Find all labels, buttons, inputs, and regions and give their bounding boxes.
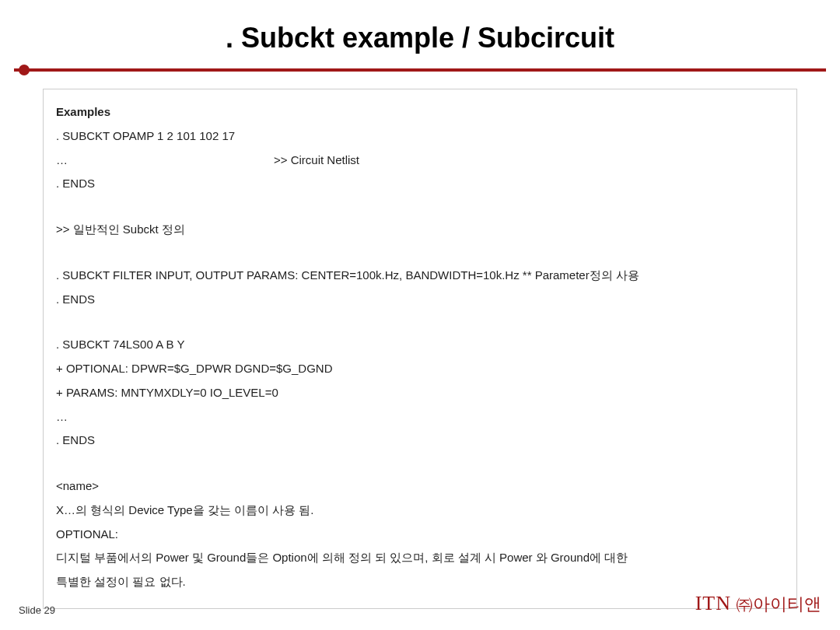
code-line: . SUBCKT FILTER INPUT, OUTPUT PARAMS: CE… — [56, 264, 784, 288]
desc-line: 특별한 설정이 필요 없다. — [56, 570, 784, 594]
desc-line: OPTIONAL: — [56, 523, 784, 547]
code-line: . SUBCKT 74LS00 A B Y — [56, 333, 784, 357]
brand-korean: ㈜아이티앤 — [736, 593, 821, 616]
brand-itn: ITN — [695, 592, 731, 615]
comment-line: >> 일반적인 Subckt 정의 — [56, 218, 784, 242]
desc-line: X…의 형식의 Device Type을 갖는 이름이 사용 됨. — [56, 499, 784, 523]
ellipsis: … — [56, 405, 784, 429]
code-line: + PARAMS: MNTYMXDLY=0 IO_LEVEL=0 — [56, 381, 784, 405]
brand-logo: ITN ㈜아이티앤 — [695, 592, 821, 616]
slide-title: . Subckt example / Subcircuit — [0, 0, 840, 68]
code-line: . ENDS — [56, 172, 784, 196]
code-line: <name> — [56, 474, 784, 499]
footer: Slide 29 ITN ㈜아이티앤 — [0, 592, 840, 616]
ellipsis: … — [56, 149, 274, 173]
code-line: + OPTIONAL: DPWR=$G_DPWR DGND=$G_DGND — [56, 357, 784, 381]
code-line: . ENDS — [56, 288, 784, 312]
desc-line: 디지털 부품에서의 Power 및 Ground들은 Option에 의해 정의… — [56, 546, 784, 570]
code-line: . SUBCKT OPAMP 1 2 101 102 17 — [56, 124, 784, 149]
examples-label: Examples — [56, 100, 784, 124]
slide-number: Slide 29 — [19, 604, 55, 616]
netlist-row: … >> Circuit Netlist — [56, 149, 784, 173]
code-line: . ENDS — [56, 429, 784, 453]
title-rule — [14, 68, 826, 72]
content-box: Examples . SUBCKT OPAMP 1 2 101 102 17 …… — [43, 89, 797, 609]
netlist-comment: >> Circuit Netlist — [274, 149, 359, 173]
